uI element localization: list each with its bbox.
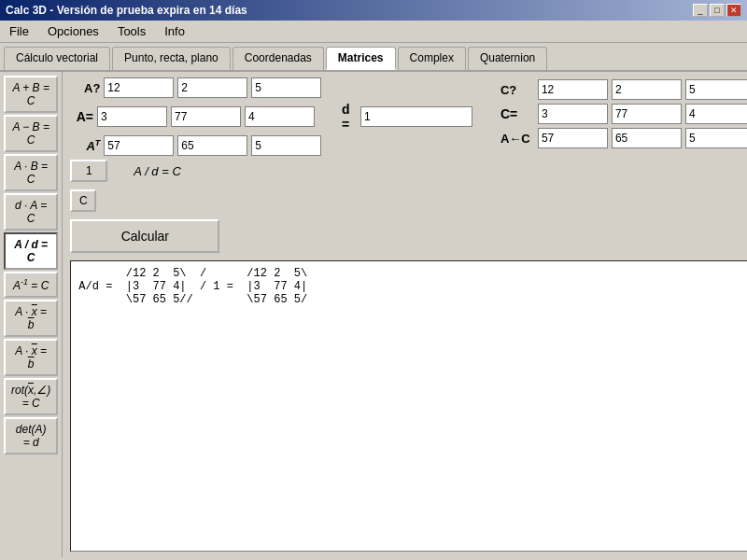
tabs-bar: Cálculo vectorial Punto, recta, plano Co… xyxy=(0,43,747,72)
title-bar: Calc 3D - Versión de prueba expira en 14… xyxy=(0,0,747,21)
ac-row: A←C xyxy=(500,128,747,148)
a-query-row: A? xyxy=(70,77,472,98)
c-r1c3[interactable] xyxy=(685,79,747,100)
c-button[interactable]: C xyxy=(70,189,96,212)
c-r3c1[interactable] xyxy=(538,128,608,148)
separator-row: A / d = C xyxy=(70,160,472,182)
menu-info[interactable]: Info xyxy=(159,22,190,40)
d-input[interactable] xyxy=(360,106,472,127)
c-eq-row: C= xyxy=(500,104,747,124)
op-a-inv[interactable]: A-1 = C xyxy=(4,272,58,298)
a-r2c3[interactable] xyxy=(245,106,315,127)
a-r3c1[interactable] xyxy=(104,135,174,156)
calcular-button[interactable]: Calcular xyxy=(70,219,219,253)
op-a-dot-x2[interactable]: A · x = b xyxy=(4,339,58,376)
a-matrix-section: A? A= d = AT xyxy=(70,77,472,253)
maximize-button[interactable]: □ xyxy=(710,4,725,17)
a-r3c2[interactable] xyxy=(177,135,247,156)
a-r1c3[interactable] xyxy=(251,77,321,98)
a-r1c2[interactable] xyxy=(177,77,247,98)
op-d-dot-a[interactable]: d · A = C xyxy=(4,193,58,231)
close-button[interactable]: ✕ xyxy=(726,4,741,17)
op-det[interactable]: det(A) = d xyxy=(4,417,58,455)
main-content: A + B = C A − B = C A · B = C d · A = C … xyxy=(0,72,747,557)
c-r2c3[interactable] xyxy=(685,104,747,124)
tab-matrices[interactable]: Matrices xyxy=(326,47,396,70)
op-a-plus-b[interactable]: A + B = C xyxy=(4,76,58,113)
c-query-label: C? xyxy=(500,83,534,97)
menu-file[interactable]: File xyxy=(4,22,35,40)
c-r3c2[interactable] xyxy=(612,128,682,148)
tab-quaternion[interactable]: Quaternion xyxy=(468,47,547,70)
a-r3c3[interactable] xyxy=(251,135,321,156)
c-r2c1[interactable] xyxy=(538,104,608,124)
op-rot[interactable]: rot(x,∠) = C xyxy=(4,378,58,415)
c-r3c3[interactable] xyxy=(685,128,747,148)
at-row: AT xyxy=(70,135,472,156)
right-area: A? A= d = AT xyxy=(63,72,747,557)
menu-bar: File Opciones Tools Info xyxy=(0,21,747,43)
c-r2c2[interactable] xyxy=(612,104,682,124)
tab-complex[interactable]: Complex xyxy=(398,47,466,70)
c-r1c2[interactable] xyxy=(612,79,682,100)
op-a-div-d[interactable]: A / d = C xyxy=(4,232,58,270)
a-r2c2[interactable] xyxy=(171,106,241,127)
tab-coordenadas[interactable]: Coordenadas xyxy=(233,47,324,70)
ac-label: A←C xyxy=(500,132,534,146)
window-controls: _ □ ✕ xyxy=(693,4,741,17)
a-query-label: A? xyxy=(70,81,100,95)
a-eq-row: A= d = xyxy=(70,102,472,132)
window-title: Calc 3D - Versión de prueba expira en 14… xyxy=(6,4,247,17)
sep-input[interactable] xyxy=(70,160,107,182)
op-a-minus-b[interactable]: A − B = C xyxy=(4,115,58,152)
menu-tools[interactable]: Tools xyxy=(112,22,151,40)
c-r1c1[interactable] xyxy=(538,79,608,100)
at-label: AT xyxy=(70,138,100,153)
formula-label: A / d = C xyxy=(134,164,180,178)
a-r1c1[interactable] xyxy=(104,77,174,98)
c-btn-row: C xyxy=(70,186,472,212)
output-area: /12 2 5\ / /12 2 5\ A/d = |3 77 4| / 1 =… xyxy=(70,260,747,552)
c-eq-label: C= xyxy=(500,106,534,121)
a-r2c1[interactable] xyxy=(97,106,167,127)
op-a-dot-b[interactable]: A · B = C xyxy=(4,154,58,191)
tab-punto-recta-plano[interactable]: Punto, recta, plano xyxy=(112,47,231,70)
minimize-button[interactable]: _ xyxy=(693,4,708,17)
menu-opciones[interactable]: Opciones xyxy=(42,22,105,40)
sidebar: A + B = C A − B = C A · B = C d · A = C … xyxy=(0,72,63,557)
c-query-row: C? xyxy=(500,79,747,100)
c-matrix-section: C? C= A←C xyxy=(500,79,747,253)
a-eq-label: A= xyxy=(70,109,93,124)
op-a-dot-x1[interactable]: A · x = b xyxy=(4,300,58,337)
tab-calculo-vectorial[interactable]: Cálculo vectorial xyxy=(4,47,110,70)
d-label: d = xyxy=(342,102,357,132)
